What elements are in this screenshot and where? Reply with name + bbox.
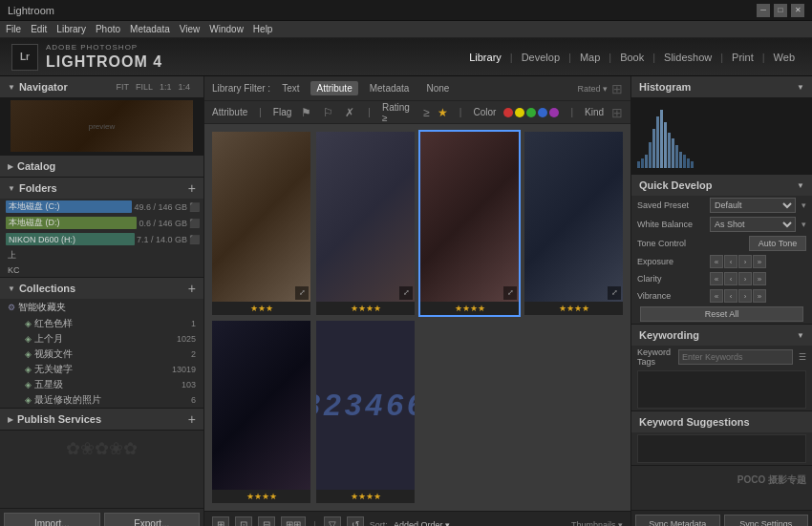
sort-dropdown[interactable]: Added Order ▾: [394, 520, 450, 527]
photo-cell-6[interactable]: 823466 ★★★★: [316, 321, 415, 504]
photo-cell-3[interactable]: ⤢ ★★★★: [420, 132, 519, 315]
tab-slideshow[interactable]: Slideshow: [658, 50, 717, 65]
export-button[interactable]: Export...: [104, 513, 201, 526]
photo-cell-1[interactable]: ⤢ ★★★: [212, 132, 310, 315]
keyword-tags-input[interactable]: [678, 349, 793, 365]
tab-web[interactable]: Web: [768, 50, 801, 65]
color-blue[interactable]: [538, 108, 547, 117]
folder-item-up[interactable]: 上: [0, 247, 203, 263]
grid-view-button[interactable]: ⊞: [212, 516, 229, 527]
vibrance-dl[interactable]: «: [710, 289, 723, 303]
filter-tab-text[interactable]: Text: [276, 81, 305, 95]
clarity-u[interactable]: ›: [738, 272, 752, 285]
tab-develop[interactable]: Develop: [516, 50, 566, 65]
exposure-u[interactable]: ›: [738, 255, 752, 268]
color-green[interactable]: [526, 108, 536, 117]
filter-tab-metadata[interactable]: Metadata: [364, 81, 416, 95]
kw-header[interactable]: Keywording ▼: [631, 325, 812, 346]
photo-cell-5[interactable]: ★★★★: [212, 321, 310, 504]
collection-red[interactable]: ◈ 红色色样 1: [0, 316, 203, 331]
fit-label[interactable]: FIT: [116, 82, 129, 92]
exposure-uu[interactable]: »: [753, 255, 766, 268]
sync-metadata-button[interactable]: Sync Metadata: [635, 515, 720, 526]
vibrance-u[interactable]: ›: [738, 289, 752, 303]
photo-cell-2[interactable]: ⤢ ★★★★: [316, 132, 415, 315]
wb-arrow[interactable]: ▾: [801, 220, 806, 229]
menu-photo[interactable]: Photo: [96, 24, 120, 34]
main-layout: ▼ Navigator FIT FILL 1:1 1:4 preview: [0, 76, 812, 526]
kw-settings-icon[interactable]: ☰: [799, 352, 806, 362]
survey-view-button[interactable]: ⊞⊞: [281, 516, 306, 527]
menu-edit[interactable]: Edit: [31, 24, 47, 34]
vibrance-d[interactable]: ‹: [724, 289, 737, 303]
rating-stars[interactable]: ★: [438, 106, 448, 119]
loupe-view-button[interactable]: ⊡: [235, 516, 252, 527]
flag-icon-2[interactable]: ⚐: [323, 106, 333, 119]
preset-arrow[interactable]: ▾: [801, 200, 806, 210]
import-button[interactable]: Import...: [4, 513, 100, 526]
tab-print[interactable]: Print: [726, 50, 759, 65]
filter-tab-attribute[interactable]: Attribute: [310, 81, 357, 95]
tab-library[interactable]: Library: [463, 50, 507, 65]
minimize-button[interactable]: ─: [757, 4, 770, 17]
rotate-button[interactable]: ↺: [347, 516, 364, 527]
collection-nkw[interactable]: ◈ 无关键字 13019: [0, 362, 203, 377]
histogram-header[interactable]: Histogram ▼: [631, 76, 812, 97]
collections-parent[interactable]: ⚙ 智能收藏夹: [0, 299, 203, 316]
folder-item-d[interactable]: 本地磁盘 (D:) 0.6 / 146 GB ⬛: [0, 215, 203, 231]
publish-add-button[interactable]: +: [188, 411, 196, 427]
folder-item-h[interactable]: NIKON D600 (H:) 7.1 / 14.0 GB ⬛: [0, 231, 203, 247]
catalog-header[interactable]: ▶ Catalog: [0, 156, 203, 177]
sync-settings-button[interactable]: Sync Settings: [724, 515, 809, 526]
collection-month[interactable]: ◈ 上个月 1025: [0, 331, 203, 347]
flag-icon-3[interactable]: ✗: [345, 106, 354, 119]
collections-header[interactable]: ▼ Collections +: [0, 278, 203, 299]
filter-button[interactable]: ▽: [324, 516, 341, 527]
thumbnails-label[interactable]: Thumbnails ▾: [571, 520, 623, 527]
1-4-label[interactable]: 1:4: [178, 82, 190, 92]
menu-metadata[interactable]: Metadata: [130, 24, 170, 34]
color-yellow[interactable]: [515, 108, 524, 117]
color-red[interactable]: [503, 108, 513, 117]
color-purple[interactable]: [549, 108, 559, 117]
clarity-dl[interactable]: «: [710, 272, 723, 285]
attr-expand-icon[interactable]: ⊞: [611, 105, 623, 120]
photo-cell-4[interactable]: ⤢ ★★★★: [524, 132, 623, 315]
wb-select[interactable]: As Shot: [710, 217, 796, 232]
fill-label[interactable]: FILL: [136, 82, 153, 92]
maximize-button[interactable]: □: [774, 4, 787, 17]
exposure-d[interactable]: ‹: [724, 255, 737, 268]
menu-file[interactable]: File: [6, 24, 21, 34]
folders-header[interactable]: ▼ Folders +: [0, 178, 203, 199]
tab-map[interactable]: Map: [574, 50, 606, 65]
collection-5star[interactable]: ◈ 五星级 103: [0, 377, 203, 392]
collection-video[interactable]: ◈ 视频文件 2: [0, 347, 203, 362]
qd-header[interactable]: Quick Develop ▼: [631, 175, 812, 196]
folders-add-button[interactable]: +: [188, 180, 196, 196]
clarity-uu[interactable]: »: [753, 272, 766, 285]
auto-tone-button[interactable]: Auto Tone: [749, 236, 806, 251]
menu-library[interactable]: Library: [56, 24, 86, 34]
collections-add-button[interactable]: +: [188, 281, 196, 296]
filter-tab-none[interactable]: None: [420, 81, 455, 95]
menu-window[interactable]: Window: [209, 24, 244, 34]
publish-header[interactable]: ▶ Publish Services +: [0, 409, 203, 430]
flag-icon-1[interactable]: ⚑: [301, 106, 311, 119]
menu-view[interactable]: View: [180, 24, 201, 34]
1-1-label[interactable]: 1:1: [160, 82, 172, 92]
filter-expand-icon[interactable]: ⊞: [611, 81, 623, 96]
compare-view-button[interactable]: ⊟: [258, 516, 275, 527]
tab-book[interactable]: Book: [614, 50, 650, 65]
navigator-header[interactable]: ▼ Navigator FIT FILL 1:1 1:4: [0, 76, 203, 97]
kw-suggestions-header[interactable]: Keyword Suggestions: [631, 411, 812, 432]
vibrance-uu[interactable]: »: [753, 289, 766, 303]
folder-item-kc[interactable]: KC: [0, 263, 203, 277]
close-button[interactable]: ✕: [791, 4, 804, 17]
reset-all-button[interactable]: Reset All: [640, 306, 802, 322]
menu-help[interactable]: Help: [253, 24, 273, 34]
exposure-dl[interactable]: «: [710, 255, 723, 268]
clarity-d[interactable]: ‹: [724, 272, 737, 285]
saved-preset-select[interactable]: Default: [710, 198, 796, 213]
collection-recent[interactable]: ◈ 最近修改的照片 6: [0, 392, 203, 408]
folder-item-c[interactable]: 本地磁盘 (C:) 49.6 / 146 GB ⬛: [0, 199, 203, 215]
